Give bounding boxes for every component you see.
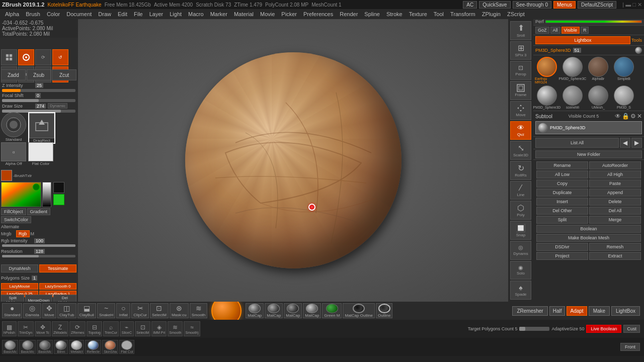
standard-brush[interactable]: Standard <box>1 112 26 144</box>
move-brush-btn[interactable]: ⟳ <box>35 49 51 65</box>
menu-tool[interactable]: Tool <box>431 11 447 17</box>
material-pm3ds[interactable]: PM3D_S <box>612 85 636 109</box>
solo-btn[interactable]: ◉ Solo <box>510 261 531 280</box>
lightbox-right-btn[interactable]: Lightbox <box>535 36 630 44</box>
color-gradient[interactable] <box>1 182 41 207</box>
defaultzscript-button[interactable]: DefaultZScript <box>578 1 616 9</box>
zremes-btn[interactable]: ⟳ZRemes <box>69 321 86 336</box>
duplicate-btn[interactable]: Duplicate <box>536 189 588 197</box>
qviz-btn[interactable]: 👁 Qvz <box>510 121 531 140</box>
del-hidden-btn[interactable]: Del Hidden <box>53 295 76 302</box>
paste-btn[interactable]: Paste <box>589 179 641 188</box>
active-brush-preview[interactable] <box>211 302 242 320</box>
matcap-outline-btn[interactable]: MatCap Outline <box>343 303 375 318</box>
basicmc2-btn[interactable]: BasicMc <box>19 340 35 354</box>
folder-next-btn[interactable]: ▶ <box>631 138 642 148</box>
split-hidden-btn[interactable]: Split Hidden <box>1 295 24 302</box>
menu-file[interactable]: File <box>131 11 146 17</box>
all-btn[interactable]: All <box>550 27 560 34</box>
zmodels-btn[interactable]: ZZModels <box>52 321 68 336</box>
topolog-btn[interactable]: ⊟Topolog <box>87 321 102 336</box>
rgb-btn[interactable]: Rgb <box>16 230 30 237</box>
menu-texture[interactable]: Texture <box>406 11 430 17</box>
merge-down-btn[interactable]: MergeDown <box>25 295 52 302</box>
quicksave-button[interactable]: QuickSave <box>479 1 510 9</box>
copy-btn[interactable]: Copy <box>536 179 588 188</box>
lazy-mouse-btn[interactable]: LazyMouse <box>1 283 38 290</box>
menu-render[interactable]: Render <box>337 11 361 17</box>
claybuild-brush-btn[interactable]: ⬓ ClayBuil <box>77 303 96 318</box>
front-btn[interactable]: Front <box>620 343 640 351</box>
material-umesh[interactable]: UMesh_ <box>586 85 610 109</box>
move-tc-btn[interactable]: ✥Move Tc <box>35 321 51 336</box>
menu-material[interactable]: Material <box>231 11 257 17</box>
brush-texture-swatch[interactable] <box>1 170 12 181</box>
dragrect-brush[interactable]: DragRect <box>28 112 55 144</box>
menu-movie[interactable]: Movie <box>257 11 278 17</box>
del-other-btn[interactable]: Del Other <box>536 207 588 215</box>
smooth-brush-btn[interactable]: ≋ Smooth <box>190 303 208 318</box>
basicmc1-btn[interactable]: BasicMc <box>2 340 18 354</box>
dynamic-label[interactable]: Dynamic <box>48 103 67 109</box>
menu-draw[interactable]: Draw <box>95 11 114 17</box>
material-sphere3c[interactable]: PM3D_Sphere3C <box>560 57 585 84</box>
dynamesh-btn[interactable]: DynaMesh <box>1 264 38 273</box>
reflecte-btn[interactable]: Reflecte <box>85 340 101 354</box>
resolution-slider[interactable] <box>2 255 75 257</box>
switch-color-btn[interactable]: SwitchColor <box>1 216 31 223</box>
boolean-btn[interactable]: Boolean <box>536 225 641 233</box>
visible-btn[interactable]: Visible <box>561 27 580 34</box>
trimdyn-btn[interactable]: ✂TrimDyn <box>18 321 34 336</box>
zremesher-btn[interactable]: ZRemesher <box>512 306 547 316</box>
extract-btn[interactable]: Extract <box>589 252 641 260</box>
scale3d-btn[interactable]: ⤡ Scale3D <box>510 141 531 160</box>
live-boolean-btn[interactable]: Live Boolean <box>586 325 621 333</box>
auto-reorder-btn[interactable]: AutoReorder <box>589 161 641 169</box>
new-folder-btn[interactable]: New Folder <box>535 150 642 158</box>
poly-btn[interactable]: ⬡ Poly <box>510 201 531 220</box>
trimcur-btn[interactable]: ⌕TrimCur <box>103 321 119 336</box>
material-earth[interactable]: Earthqu MRG24 <box>535 57 559 84</box>
clipcur-brush-btn[interactable]: ✂ ClipCur <box>131 303 149 318</box>
subtool-item-pm3d[interactable]: PM3D_Sphere3D <box>535 121 642 134</box>
line-btn[interactable]: ∕ Line <box>510 181 531 200</box>
green-swatch[interactable] <box>53 194 64 205</box>
spade-btn[interactable]: ♠ Spade <box>510 281 531 300</box>
matcap3-btn[interactable]: MatCap <box>284 303 302 318</box>
material-alphabr[interactable]: AlphaBr <box>586 57 610 84</box>
selectm2-btn[interactable]: ⊡SelectM <box>135 321 150 336</box>
greenm-btn[interactable]: Green M <box>322 303 342 318</box>
tessimate-btn[interactable]: Tessimate <box>39 264 76 273</box>
move-btn[interactable]: Move <box>510 101 531 120</box>
metalict-btn[interactable]: Metalict <box>69 340 84 354</box>
gradient-btn[interactable]: Gradient <box>27 208 51 215</box>
menu-brush[interactable]: Brush <box>23 11 43 17</box>
material-simpleb[interactable]: SimpleB <box>612 57 636 84</box>
smooth3-btn[interactable]: ≈Smooth) <box>184 321 200 336</box>
smooth2-btn[interactable]: ≋Smooth <box>168 321 183 336</box>
skinsha-btn[interactable]: SkinSha <box>102 340 118 354</box>
delete-btn[interactable]: Delete <box>589 198 641 206</box>
seethrough-button[interactable]: See-through 0 <box>513 1 551 9</box>
draw-mode-btn[interactable] <box>18 49 34 65</box>
matcap1-btn[interactable]: MatCap <box>246 303 264 318</box>
r-btn[interactable]: R <box>581 27 589 34</box>
dynamics-btn[interactable]: ◎ Dynams <box>510 241 531 260</box>
remesh-btn[interactable]: Remesh <box>589 243 641 251</box>
merge-btn[interactable]: Merge <box>589 216 641 224</box>
goz-btn[interactable]: GoZ <box>535 27 549 34</box>
menu-document[interactable]: Document <box>63 11 95 17</box>
menu-light[interactable]: Light <box>167 11 185 17</box>
flat-color[interactable]: Flat Color <box>28 142 53 166</box>
menu-edit[interactable]: Edit <box>115 11 130 17</box>
lightbox-bottom-btn[interactable]: LightBox <box>611 306 640 316</box>
lazy-smooth-btn[interactable]: LazySmooth 0 <box>39 283 76 290</box>
ac-button[interactable]: AC <box>463 1 477 9</box>
target-polygons-slider[interactable] <box>519 327 549 331</box>
fill-object-btn[interactable]: FillObject <box>1 208 26 215</box>
menu-preferences[interactable]: Preferences <box>300 11 336 17</box>
menu-marker[interactable]: Marker <box>207 11 230 17</box>
menu-zplugin[interactable]: ZPlugin <box>479 11 504 17</box>
black-swatch[interactable] <box>53 182 64 193</box>
material-scenemi[interactable]: sceneMi <box>560 85 585 109</box>
